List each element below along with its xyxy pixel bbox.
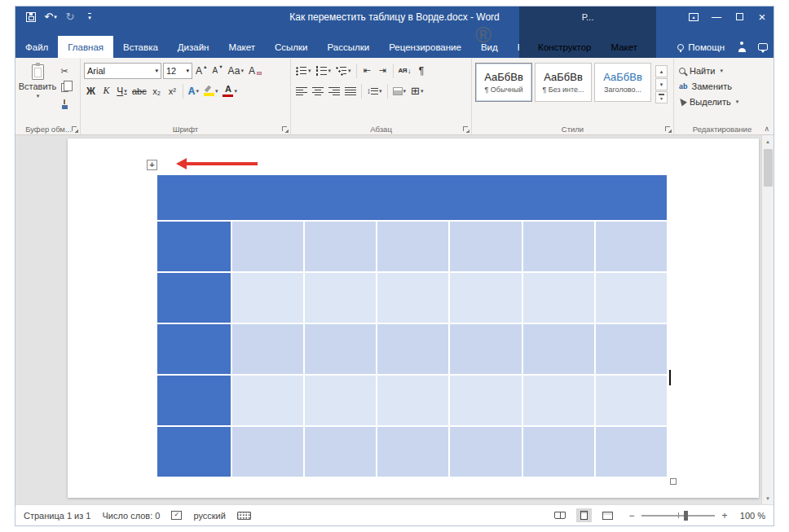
table-cell[interactable] [232, 222, 303, 271]
table-cell[interactable] [523, 427, 594, 477]
table-cell[interactable] [377, 273, 448, 323]
multilevel-list-button[interactable]: ▾ [334, 62, 353, 79]
style-card-normal[interactable]: АаБбВв ¶ Обычный [475, 63, 532, 102]
table-cell[interactable] [157, 427, 231, 477]
table-cell[interactable] [305, 376, 376, 425]
grow-font-button[interactable]: А▲ [194, 62, 209, 79]
table-cell[interactable] [377, 427, 448, 477]
minimize-button[interactable]: — [705, 7, 728, 27]
table-cell[interactable] [157, 273, 231, 323]
styles-scroll-up-button[interactable]: ▲ [655, 65, 668, 77]
vertical-scrollbar[interactable]: ▲ ▼ [761, 135, 774, 504]
superscript-button[interactable]: x² [165, 82, 179, 99]
table-cell[interactable] [450, 376, 521, 425]
zoom-out-button[interactable]: − [628, 510, 636, 521]
table-cell[interactable] [157, 376, 231, 425]
table-cell[interactable] [523, 376, 594, 425]
tab-references[interactable]: Ссылки [265, 36, 318, 58]
web-layout-button[interactable] [598, 509, 617, 522]
align-right-button[interactable] [327, 82, 342, 99]
justify-button[interactable] [343, 82, 358, 99]
subscript-button[interactable]: x₂ [150, 82, 164, 99]
table-cell[interactable] [157, 222, 231, 271]
table-cell[interactable] [523, 273, 594, 323]
table-cell[interactable] [305, 427, 376, 477]
table-cell[interactable] [450, 222, 521, 271]
table-cell[interactable] [596, 273, 667, 323]
tab-view[interactable]: Вид [471, 36, 508, 58]
share-button[interactable] [731, 36, 752, 58]
clear-formatting-button[interactable]: А [247, 62, 263, 79]
scroll-up-button[interactable]: ▲ [762, 135, 774, 147]
table-cell[interactable] [305, 222, 376, 271]
table-cell[interactable] [377, 376, 448, 425]
decrease-indent-button[interactable]: ⇤ [360, 62, 374, 79]
tab-home[interactable]: Главная [58, 36, 113, 58]
styles-gallery-more-button[interactable]: ▾ [655, 91, 668, 103]
table-cell[interactable] [232, 324, 303, 374]
table-cell[interactable] [450, 427, 521, 477]
scrollbar-thumb[interactable] [764, 149, 773, 187]
font-size-select[interactable]: 12▾ [163, 63, 192, 79]
tab-file[interactable]: Файл [15, 36, 58, 58]
find-button[interactable]: Найти ▾ [677, 63, 767, 78]
styles-scroll-down-button[interactable]: ▼ [655, 78, 668, 90]
table-cell[interactable] [523, 324, 594, 374]
tab-review[interactable]: Рецензирование [379, 36, 471, 58]
table-cell[interactable] [377, 222, 448, 271]
sort-button[interactable]: АЯ↓ [397, 62, 413, 79]
font-color-button[interactable]: А ▾ [221, 82, 239, 99]
table-cell[interactable] [305, 273, 376, 323]
save-button[interactable] [22, 8, 40, 26]
table-resize-handle[interactable] [670, 478, 677, 485]
undo-button[interactable]: ↶▾ [42, 8, 60, 26]
tab-table-layout[interactable]: Макет [602, 36, 648, 58]
zoom-slider-thumb[interactable] [684, 511, 688, 521]
table-cell[interactable] [596, 427, 667, 477]
document-table[interactable] [157, 175, 667, 477]
styles-dialog-launcher-icon[interactable] [665, 126, 672, 133]
table-cell[interactable] [232, 273, 303, 323]
collapse-ribbon-icon[interactable]: ∧ [764, 125, 769, 133]
table-cell[interactable] [232, 427, 303, 477]
tab-layout[interactable]: Макет [218, 36, 265, 58]
zoom-in-button[interactable]: + [721, 510, 729, 521]
font-name-select[interactable]: Arial▾ [84, 63, 161, 79]
close-button[interactable]: × [751, 7, 774, 27]
underline-button[interactable]: Ч▾ [115, 82, 129, 99]
style-card-no-spacing[interactable]: АаБбВв ¶ Без инте... [535, 63, 592, 102]
scroll-down-button[interactable]: ▼ [762, 492, 774, 504]
zoom-slider[interactable] [641, 515, 715, 517]
tell-me-box[interactable]: Помощн [671, 36, 731, 58]
borders-button[interactable]: ⊞▾ [409, 82, 425, 99]
table-cell[interactable] [596, 376, 667, 425]
strikethrough-button[interactable]: abc [130, 82, 148, 99]
proofing-status[interactable]: ✓ [171, 511, 182, 520]
align-center-button[interactable] [311, 82, 325, 99]
increase-indent-button[interactable]: ⇥ [376, 62, 390, 79]
read-mode-button[interactable] [550, 509, 570, 521]
table-cell[interactable] [157, 324, 231, 374]
ribbon-display-options-button[interactable]: ▴ [682, 7, 705, 27]
redo-button[interactable]: ↻ [61, 8, 79, 26]
highlight-color-button[interactable]: ▾ [202, 82, 220, 99]
paragraph-dialog-launcher-icon[interactable] [463, 126, 469, 133]
print-layout-button[interactable] [576, 508, 592, 522]
cut-button[interactable]: ✂ [57, 64, 72, 78]
table-cell[interactable] [450, 273, 521, 323]
word-count[interactable]: Число слов: 0 [102, 511, 160, 521]
show-paragraph-marks-button[interactable]: ¶ [415, 62, 429, 79]
table-cell[interactable] [596, 324, 667, 374]
select-button[interactable]: Выделить ▾ [677, 94, 767, 109]
replace-button[interactable]: ab Заменить [677, 78, 767, 94]
numbering-button[interactable]: ▾ [315, 62, 333, 79]
language-indicator[interactable]: русский [193, 511, 225, 521]
keyboard-indicator[interactable] [237, 512, 251, 520]
zoom-level[interactable]: 100 % [736, 511, 765, 521]
align-left-button[interactable] [294, 82, 309, 99]
format-painter-button[interactable] [57, 97, 72, 111]
tab-design[interactable]: Дизайн [168, 36, 219, 58]
table-cell[interactable] [596, 222, 667, 271]
table-move-handle[interactable]: + [147, 160, 157, 170]
line-spacing-button[interactable]: ↕▾ [365, 82, 384, 99]
